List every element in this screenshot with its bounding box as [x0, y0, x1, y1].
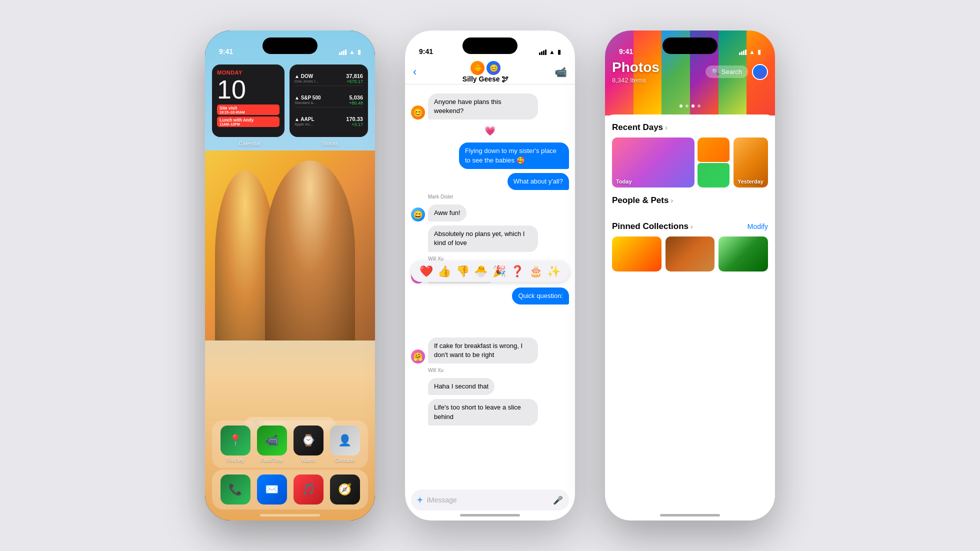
recent-days-header: Recent Days › — [612, 122, 768, 132]
dot-grid[interactable] — [692, 104, 694, 108]
imessage-input-bar[interactable]: + iMessage 🎤 — [411, 490, 569, 510]
cal-event-1[interactable]: Site visit 10:15–10:45AM — [217, 104, 280, 115]
msg-4: 😄 Aww fun! — [411, 204, 569, 222]
home-indicator-1 — [260, 514, 320, 516]
photos-user-avatar[interactable] — [752, 64, 768, 80]
video-call-button[interactable]: 📹 — [554, 66, 567, 78]
pinned-card-2[interactable] — [666, 236, 715, 272]
recent-days-chevron[interactable]: › — [665, 124, 668, 132]
imessage-plus-icon[interactable]: + — [417, 494, 423, 506]
tapback-bar: ❤️ 👍 👎 🐣 🎉 ❓ 🎂 ✨ — [411, 261, 569, 282]
battery-icon-3: ▮ — [758, 48, 761, 56]
photos-body: Recent Days › Today — [605, 114, 775, 520]
photos-nav-actions: 🔍 Search — [706, 64, 768, 80]
back-button[interactable]: ‹ — [413, 66, 416, 78]
pinned-title: Pinned Collections — [612, 222, 688, 232]
findmy-icon: 📍 — [220, 426, 250, 456]
tapback-cake[interactable]: 🎂 — [529, 265, 542, 278]
msg-10: Life's too short to leave a slice behind — [411, 399, 569, 425]
bubble-1: Anyone have plans this weekend? — [428, 94, 538, 120]
yesterday-group: Yesterday — [734, 138, 768, 188]
app-phone[interactable]: 📞 — [220, 474, 250, 504]
wifi-icon-3: ▲ — [749, 48, 755, 56]
bubble-8: If cake for breakfast is wrong, I don't … — [428, 338, 538, 364]
sub-photo-2[interactable] — [698, 163, 730, 188]
tapback-thumbsdown[interactable]: 👎 — [456, 265, 470, 278]
tapback-question[interactable]: ❓ — [510, 265, 524, 278]
avatar-mark: 😄 — [411, 208, 425, 222]
app-mail[interactable]: ✉️ — [257, 474, 287, 504]
signal-icon-2 — [539, 50, 546, 55]
compass-icon: 🧭 — [330, 474, 360, 504]
phone-3: 9:41 ▲ ▮ Photos 8,342 Items — [605, 30, 775, 520]
stocks-widget[interactable]: ▲ DOWDow Jones I... 37,816+570.17 ▲ S&P … — [290, 64, 368, 137]
dot-4[interactable] — [698, 104, 700, 108]
time-1: 9:41 — [219, 48, 233, 56]
app-watch[interactable]: ⌚ Watch — [294, 426, 324, 463]
photos-title: Photos — [612, 60, 660, 76]
tapback-chick[interactable]: 🐣 — [474, 265, 488, 278]
tapback-party[interactable]: 🎉 — [492, 265, 506, 278]
pinned-title-group: Pinned Collections › — [612, 222, 693, 232]
widget-labels: Calendar Stocks — [212, 140, 368, 146]
stock-row-1: ▲ DOWDow Jones I... 37,816+570.17 — [294, 73, 363, 86]
today-label: Today — [616, 178, 632, 184]
today-group: Today — [612, 138, 730, 188]
chat-header: 🐥 😊 Silly Geese 🕊 — [462, 61, 509, 83]
msg-9: Haha I second that — [411, 378, 569, 395]
tapback-heart[interactable]: ❤️ — [420, 265, 433, 278]
app-music[interactable]: 🎵 — [294, 474, 324, 504]
dynamic-island-2 — [462, 38, 518, 54]
search-icon-photos: 🔍 — [712, 68, 720, 76]
people-grid: 👥 Amit Maya — [612, 210, 768, 214]
chat-name[interactable]: Silly Geese 🕊 — [462, 75, 509, 83]
calendar-widget[interactable]: MONDAY 10 Site visit 10:15–10:45AM Lunch… — [212, 64, 284, 137]
bubble-2: Flying down to my sister's place to see … — [459, 142, 569, 168]
tapback-more[interactable]: ✨ — [547, 265, 560, 278]
cal-event-2[interactable]: Lunch with Andy 11AM–12PM — [217, 116, 280, 127]
music-icon: 🎵 — [294, 474, 324, 504]
msg-1: 😊 Anyone have plans this weekend? — [411, 94, 569, 120]
people-title: People & Pets — [612, 196, 668, 206]
app-facetime[interactable]: 📹 FaceTime — [257, 426, 287, 463]
msg-7: Quick question: — [411, 288, 569, 304]
app-row-2: 📞 ✉️ 🎵 🧭 — [212, 474, 368, 504]
modify-button[interactable]: Modify — [748, 222, 768, 230]
app-row-1-bg: 📍 Find My 📹 FaceTime ⌚ Watch 👤 Contacts — [212, 420, 368, 468]
wifi-icon-2: ▲ — [549, 48, 555, 56]
photos-nav: Photos 8,342 Items 🔍 Search — [612, 60, 768, 84]
tapback-thumbsup[interactable]: 👍 — [438, 265, 451, 278]
msg-8: 🤗 If cake for breakfast is wrong, I don'… — [411, 338, 569, 364]
sub-photo-1[interactable] — [698, 138, 730, 162]
bubble-7: Quick question: — [512, 288, 569, 304]
group-avatar-2: 😊 — [486, 61, 500, 75]
today-card[interactable]: Today — [612, 138, 694, 188]
time-2: 9:41 — [419, 48, 433, 56]
pinned-card-1[interactable] — [612, 236, 662, 272]
people-chevron[interactable]: › — [670, 196, 673, 204]
photos-search-button[interactable]: 🔍 Search — [706, 66, 748, 78]
pinned-chevron[interactable]: › — [690, 222, 693, 230]
bubble-10: Life's too short to leave a slice behind — [428, 399, 538, 425]
messages-body: 😊 Anyone have plans this weekend? 💗 Flyi… — [405, 88, 575, 486]
contacts-icon: 👤 — [330, 426, 360, 456]
time-3: 9:41 — [619, 48, 633, 56]
imessage-placeholder[interactable]: iMessage — [427, 496, 549, 504]
app-findmy[interactable]: 📍 Find My — [220, 426, 250, 463]
home-indicator-2 — [460, 514, 520, 516]
yesterday-card[interactable]: Yesterday — [734, 138, 768, 188]
people-header: People & Pets › — [612, 196, 768, 206]
mic-icon[interactable]: 🎤 — [553, 496, 563, 505]
avatar-1: 😊 — [411, 106, 425, 120]
app-compass[interactable]: 🧭 — [330, 474, 360, 504]
facetime-icon: 📹 — [257, 426, 287, 456]
bubble-5: Absolutely no plans yet, which I kind of… — [428, 226, 538, 252]
dot-1[interactable] — [680, 104, 682, 108]
dot-2[interactable] — [686, 104, 688, 108]
pinned-card-3[interactable] — [718, 236, 768, 272]
app-contacts[interactable]: 👤 Contacts — [330, 426, 360, 463]
home-screen: 9:41 ▲ ▮ MONDAY 10 Site — [205, 30, 375, 520]
pinned-row — [612, 236, 768, 272]
bubble-3: What about y'all? — [508, 173, 569, 190]
photos-screen: 9:41 ▲ ▮ Photos 8,342 Items — [605, 30, 775, 520]
